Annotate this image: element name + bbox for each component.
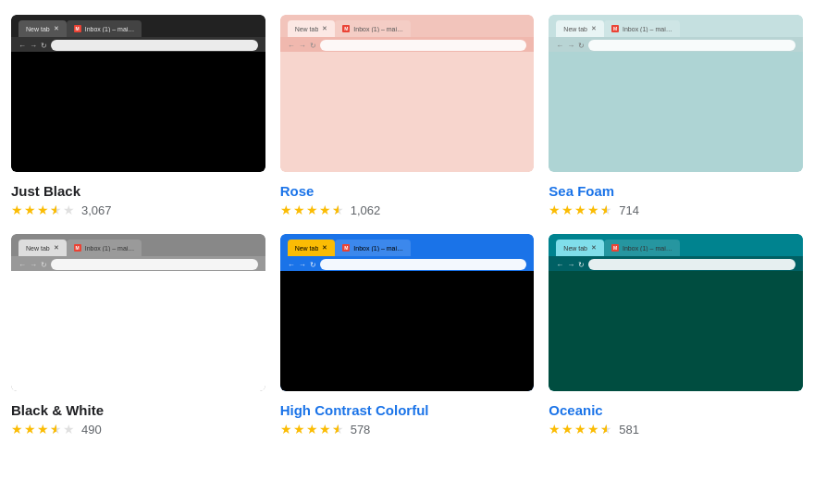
tab-inbox-label: Inbox (1) – mai… (353, 245, 403, 252)
star-full: ★ (37, 422, 50, 436)
star-full: ★ (11, 203, 24, 217)
tab-close-icon: ✕ (591, 244, 597, 252)
browser-tab-inbox: M Inbox (1) – mai… (335, 240, 411, 256)
theme-card-oceanic[interactable]: New tab ✕ M Inbox (1) – mai… ← → ↻ (549, 234, 803, 438)
card-info-high-contrast-colorful: High Contrast Colorful ★★★★★ 578 (280, 400, 535, 438)
rating-count-high-contrast-colorful: 578 (351, 423, 371, 436)
forward-icon: → (567, 42, 574, 50)
theme-card-just-black[interactable]: New tab ✕ M Inbox (1) – mai… ← → ↻ (11, 15, 265, 219)
rating-count-sea-foam: 714 (619, 203, 639, 217)
reload-icon: ↻ (310, 42, 316, 50)
browser-content (11, 271, 265, 391)
theme-card-sea-foam[interactable]: New tab ✕ M Inbox (1) – mai… ← → ↻ (549, 15, 803, 219)
stars-sea-foam: ★★★★★ (549, 203, 613, 217)
card-info-sea-foam: Sea Foam ★★★★★ 714 (549, 181, 803, 219)
theme-title-black-white: Black & White (11, 402, 265, 418)
theme-thumbnail-black-white: New tab ✕ M Inbox (1) – mai… ← → ↻ (11, 234, 265, 391)
rating-row-black-white: ★★★★★ 490 (11, 422, 265, 436)
rating-row-high-contrast-colorful: ★★★★★ 578 (280, 422, 535, 436)
browser-content (549, 271, 803, 391)
star-full: ★ (11, 422, 24, 436)
forward-icon: → (299, 42, 306, 50)
tab-inbox-label: Inbox (1) – mai… (85, 26, 135, 32)
tab-label: New tab (563, 26, 587, 32)
browser-content (549, 52, 803, 172)
browser-tab: New tab ✕ (288, 20, 336, 37)
omnibox (320, 259, 527, 270)
browser-tab-inbox: M Inbox (1) – mai… (67, 20, 142, 37)
themes-grid: New tab ✕ M Inbox (1) – mai… ← → ↻ (7, 7, 807, 446)
theme-thumbnail-oceanic: New tab ✕ M Inbox (1) – mai… ← → ↻ (549, 234, 803, 391)
tab-inbox-label: Inbox (1) – mai… (353, 26, 403, 32)
theme-title-just-black: Just Black (11, 183, 265, 199)
browser-tab: New tab ✕ (556, 240, 604, 256)
theme-thumbnail-just-black: New tab ✕ M Inbox (1) – mai… ← → ↻ (11, 15, 265, 172)
theme-title-oceanic: Oceanic (549, 402, 803, 418)
star-full: ★ (549, 203, 561, 217)
star-full: ★ (280, 422, 293, 436)
forward-icon: → (567, 261, 574, 269)
browser-tab-inbox: M Inbox (1) – mai… (604, 20, 680, 37)
star-half: ★ (50, 203, 63, 217)
omnibox (588, 40, 796, 51)
omnibox (51, 259, 258, 270)
rating-count-just-black: 3,067 (81, 203, 112, 217)
reload-icon: ↻ (41, 42, 47, 50)
tab-label: New tab (295, 26, 319, 32)
omnibox (588, 259, 796, 270)
reload-icon: ↻ (41, 261, 47, 269)
star-full: ★ (24, 203, 37, 217)
star-full: ★ (37, 203, 50, 217)
star-full: ★ (306, 203, 319, 217)
theme-thumbnail-high-contrast-colorful: New tab ✕ M Inbox (1) – mai… ← → ↻ (280, 234, 535, 391)
star-full: ★ (574, 422, 587, 436)
star-half: ★ (332, 422, 345, 436)
browser-tab: New tab ✕ (18, 240, 67, 256)
tab-label: New tab (26, 26, 50, 32)
tab-close-icon: ✕ (322, 244, 327, 252)
card-info-black-white: Black & White ★★★★★ 490 (11, 400, 265, 438)
star-half: ★ (332, 203, 345, 217)
browser-tab: New tab ✕ (288, 240, 336, 256)
rating-count-rose: 1,062 (351, 203, 381, 217)
rating-row-just-black: ★★★★★ 3,067 (11, 203, 265, 217)
browser-content (280, 271, 535, 391)
browser-content (11, 52, 265, 172)
tab-label: New tab (26, 245, 50, 252)
tab-inbox-label: Inbox (1) – mai… (623, 26, 672, 32)
forward-icon: → (299, 261, 306, 269)
star-full: ★ (574, 203, 587, 217)
theme-card-rose[interactable]: New tab ✕ M Inbox (1) – mai… ← → ↻ (280, 15, 535, 219)
back-icon: ← (556, 42, 563, 50)
star-full: ★ (587, 422, 600, 436)
gmail-icon: M (74, 25, 81, 32)
star-full: ★ (561, 203, 574, 217)
stars-just-black: ★★★★★ (11, 203, 76, 217)
forward-icon: → (30, 42, 37, 50)
forward-icon: → (30, 261, 37, 269)
tab-close-icon: ✕ (591, 25, 597, 32)
star-full: ★ (561, 422, 574, 436)
tab-close-icon: ✕ (54, 244, 59, 252)
star-empty: ★ (63, 422, 76, 436)
gmail-icon: M (74, 244, 81, 252)
theme-card-black-white[interactable]: New tab ✕ M Inbox (1) – mai… ← → ↻ (11, 234, 265, 438)
theme-card-high-contrast-colorful[interactable]: New tab ✕ M Inbox (1) – mai… ← → ↻ (280, 234, 535, 438)
gmail-icon: M (342, 244, 350, 252)
star-full: ★ (319, 422, 332, 436)
rating-count-black-white: 490 (81, 423, 102, 436)
card-info-just-black: Just Black ★★★★★ 3,067 (11, 181, 265, 219)
star-full: ★ (587, 203, 600, 217)
star-half: ★ (600, 203, 613, 217)
star-full: ★ (319, 203, 332, 217)
tab-inbox-label: Inbox (1) – mai… (85, 245, 135, 252)
stars-high-contrast-colorful: ★★★★★ (280, 422, 345, 436)
rating-row-rose: ★★★★★ 1,062 (280, 203, 535, 217)
tab-close-icon: ✕ (54, 25, 59, 32)
browser-tab: New tab ✕ (18, 20, 67, 37)
browser-tab-inbox: M Inbox (1) – mai… (604, 240, 680, 256)
theme-title-sea-foam: Sea Foam (549, 183, 803, 199)
theme-thumbnail-sea-foam: New tab ✕ M Inbox (1) – mai… ← → ↻ (549, 15, 803, 172)
star-full: ★ (306, 422, 319, 436)
back-icon: ← (288, 261, 295, 269)
